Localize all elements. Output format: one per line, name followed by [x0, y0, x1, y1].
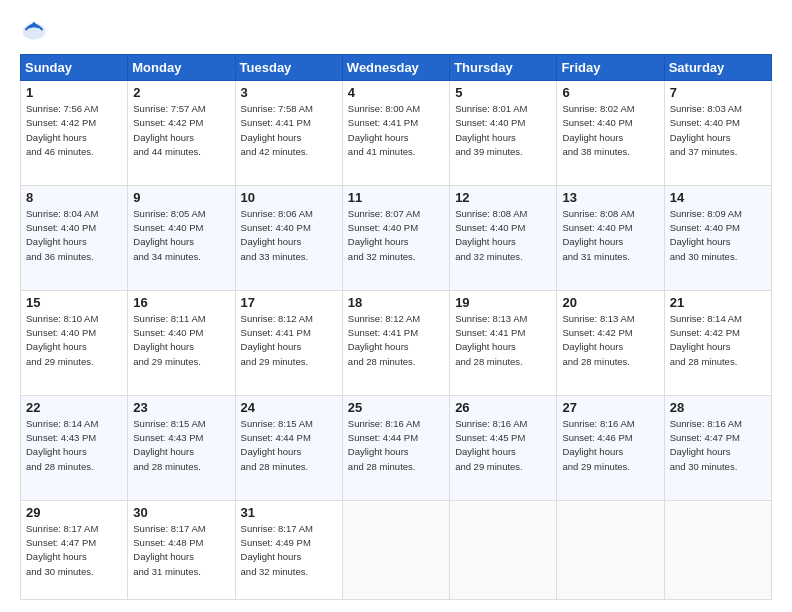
calendar-cell: 7 Sunrise: 8:03 AM Sunset: 4:40 PM Dayli… — [664, 81, 771, 186]
day-number: 27 — [562, 400, 658, 415]
day-number: 11 — [348, 190, 444, 205]
day-number: 24 — [241, 400, 337, 415]
calendar-cell: 8 Sunrise: 8:04 AM Sunset: 4:40 PM Dayli… — [21, 185, 128, 290]
day-info: Sunrise: 8:13 AM Sunset: 4:42 PM Dayligh… — [562, 312, 658, 369]
day-info: Sunrise: 8:16 AM Sunset: 4:44 PM Dayligh… — [348, 417, 444, 474]
day-info: Sunrise: 8:14 AM Sunset: 4:42 PM Dayligh… — [670, 312, 766, 369]
calendar-cell: 28 Sunrise: 8:16 AM Sunset: 4:47 PM Dayl… — [664, 395, 771, 500]
calendar-cell: 26 Sunrise: 8:16 AM Sunset: 4:45 PM Dayl… — [450, 395, 557, 500]
day-number: 30 — [133, 505, 229, 520]
calendar-cell: 22 Sunrise: 8:14 AM Sunset: 4:43 PM Dayl… — [21, 395, 128, 500]
weekday-header-sunday: Sunday — [21, 55, 128, 81]
week-row-2: 8 Sunrise: 8:04 AM Sunset: 4:40 PM Dayli… — [21, 185, 772, 290]
header — [20, 16, 772, 44]
day-number: 21 — [670, 295, 766, 310]
day-info: Sunrise: 8:15 AM Sunset: 4:44 PM Dayligh… — [241, 417, 337, 474]
calendar-cell: 16 Sunrise: 8:11 AM Sunset: 4:40 PM Dayl… — [128, 290, 235, 395]
day-info: Sunrise: 8:08 AM Sunset: 4:40 PM Dayligh… — [455, 207, 551, 264]
weekday-header-wednesday: Wednesday — [342, 55, 449, 81]
weekday-header-thursday: Thursday — [450, 55, 557, 81]
day-number: 29 — [26, 505, 122, 520]
day-info: Sunrise: 7:56 AM Sunset: 4:42 PM Dayligh… — [26, 102, 122, 159]
day-number: 2 — [133, 85, 229, 100]
day-number: 15 — [26, 295, 122, 310]
logo-icon — [20, 16, 48, 44]
day-info: Sunrise: 8:11 AM Sunset: 4:40 PM Dayligh… — [133, 312, 229, 369]
day-number: 17 — [241, 295, 337, 310]
day-number: 18 — [348, 295, 444, 310]
calendar-cell: 17 Sunrise: 8:12 AM Sunset: 4:41 PM Dayl… — [235, 290, 342, 395]
calendar-cell — [664, 500, 771, 599]
day-info: Sunrise: 8:07 AM Sunset: 4:40 PM Dayligh… — [348, 207, 444, 264]
calendar-cell: 1 Sunrise: 7:56 AM Sunset: 4:42 PM Dayli… — [21, 81, 128, 186]
day-info: Sunrise: 8:15 AM Sunset: 4:43 PM Dayligh… — [133, 417, 229, 474]
week-row-5: 29 Sunrise: 8:17 AM Sunset: 4:47 PM Dayl… — [21, 500, 772, 599]
day-number: 12 — [455, 190, 551, 205]
day-info: Sunrise: 8:06 AM Sunset: 4:40 PM Dayligh… — [241, 207, 337, 264]
day-number: 26 — [455, 400, 551, 415]
calendar-cell: 12 Sunrise: 8:08 AM Sunset: 4:40 PM Dayl… — [450, 185, 557, 290]
calendar-cell: 29 Sunrise: 8:17 AM Sunset: 4:47 PM Dayl… — [21, 500, 128, 599]
day-number: 1 — [26, 85, 122, 100]
day-info: Sunrise: 8:09 AM Sunset: 4:40 PM Dayligh… — [670, 207, 766, 264]
day-info: Sunrise: 8:17 AM Sunset: 4:48 PM Dayligh… — [133, 522, 229, 579]
day-info: Sunrise: 8:13 AM Sunset: 4:41 PM Dayligh… — [455, 312, 551, 369]
calendar-cell: 19 Sunrise: 8:13 AM Sunset: 4:41 PM Dayl… — [450, 290, 557, 395]
page: SundayMondayTuesdayWednesdayThursdayFrid… — [0, 0, 792, 612]
day-info: Sunrise: 8:02 AM Sunset: 4:40 PM Dayligh… — [562, 102, 658, 159]
day-number: 8 — [26, 190, 122, 205]
day-info: Sunrise: 8:14 AM Sunset: 4:43 PM Dayligh… — [26, 417, 122, 474]
calendar-table: SundayMondayTuesdayWednesdayThursdayFrid… — [20, 54, 772, 600]
week-row-1: 1 Sunrise: 7:56 AM Sunset: 4:42 PM Dayli… — [21, 81, 772, 186]
day-number: 31 — [241, 505, 337, 520]
calendar-cell: 10 Sunrise: 8:06 AM Sunset: 4:40 PM Dayl… — [235, 185, 342, 290]
calendar-cell: 24 Sunrise: 8:15 AM Sunset: 4:44 PM Dayl… — [235, 395, 342, 500]
day-number: 13 — [562, 190, 658, 205]
week-row-3: 15 Sunrise: 8:10 AM Sunset: 4:40 PM Dayl… — [21, 290, 772, 395]
calendar-cell: 15 Sunrise: 8:10 AM Sunset: 4:40 PM Dayl… — [21, 290, 128, 395]
calendar-cell — [557, 500, 664, 599]
day-info: Sunrise: 8:12 AM Sunset: 4:41 PM Dayligh… — [241, 312, 337, 369]
day-number: 14 — [670, 190, 766, 205]
day-info: Sunrise: 8:10 AM Sunset: 4:40 PM Dayligh… — [26, 312, 122, 369]
day-info: Sunrise: 8:01 AM Sunset: 4:40 PM Dayligh… — [455, 102, 551, 159]
day-info: Sunrise: 8:16 AM Sunset: 4:45 PM Dayligh… — [455, 417, 551, 474]
calendar-cell: 31 Sunrise: 8:17 AM Sunset: 4:49 PM Dayl… — [235, 500, 342, 599]
day-number: 6 — [562, 85, 658, 100]
calendar-cell — [450, 500, 557, 599]
day-number: 19 — [455, 295, 551, 310]
day-number: 4 — [348, 85, 444, 100]
day-info: Sunrise: 8:05 AM Sunset: 4:40 PM Dayligh… — [133, 207, 229, 264]
weekday-header-row: SundayMondayTuesdayWednesdayThursdayFrid… — [21, 55, 772, 81]
day-info: Sunrise: 8:17 AM Sunset: 4:49 PM Dayligh… — [241, 522, 337, 579]
calendar-cell: 18 Sunrise: 8:12 AM Sunset: 4:41 PM Dayl… — [342, 290, 449, 395]
calendar-cell: 21 Sunrise: 8:14 AM Sunset: 4:42 PM Dayl… — [664, 290, 771, 395]
calendar-cell: 13 Sunrise: 8:08 AM Sunset: 4:40 PM Dayl… — [557, 185, 664, 290]
logo — [20, 16, 52, 44]
day-number: 5 — [455, 85, 551, 100]
day-info: Sunrise: 7:58 AM Sunset: 4:41 PM Dayligh… — [241, 102, 337, 159]
day-info: Sunrise: 8:16 AM Sunset: 4:47 PM Dayligh… — [670, 417, 766, 474]
calendar-cell: 9 Sunrise: 8:05 AM Sunset: 4:40 PM Dayli… — [128, 185, 235, 290]
day-number: 16 — [133, 295, 229, 310]
day-info: Sunrise: 8:17 AM Sunset: 4:47 PM Dayligh… — [26, 522, 122, 579]
day-info: Sunrise: 8:08 AM Sunset: 4:40 PM Dayligh… — [562, 207, 658, 264]
day-number: 25 — [348, 400, 444, 415]
calendar-cell: 11 Sunrise: 8:07 AM Sunset: 4:40 PM Dayl… — [342, 185, 449, 290]
calendar-cell: 27 Sunrise: 8:16 AM Sunset: 4:46 PM Dayl… — [557, 395, 664, 500]
weekday-header-saturday: Saturday — [664, 55, 771, 81]
calendar-cell: 4 Sunrise: 8:00 AM Sunset: 4:41 PM Dayli… — [342, 81, 449, 186]
calendar-cell: 20 Sunrise: 8:13 AM Sunset: 4:42 PM Dayl… — [557, 290, 664, 395]
day-number: 22 — [26, 400, 122, 415]
calendar-cell: 23 Sunrise: 8:15 AM Sunset: 4:43 PM Dayl… — [128, 395, 235, 500]
day-number: 20 — [562, 295, 658, 310]
day-number: 3 — [241, 85, 337, 100]
calendar-cell: 6 Sunrise: 8:02 AM Sunset: 4:40 PM Dayli… — [557, 81, 664, 186]
day-number: 10 — [241, 190, 337, 205]
weekday-header-monday: Monday — [128, 55, 235, 81]
weekday-header-friday: Friday — [557, 55, 664, 81]
day-number: 9 — [133, 190, 229, 205]
calendar-cell: 25 Sunrise: 8:16 AM Sunset: 4:44 PM Dayl… — [342, 395, 449, 500]
day-number: 7 — [670, 85, 766, 100]
day-info: Sunrise: 8:16 AM Sunset: 4:46 PM Dayligh… — [562, 417, 658, 474]
